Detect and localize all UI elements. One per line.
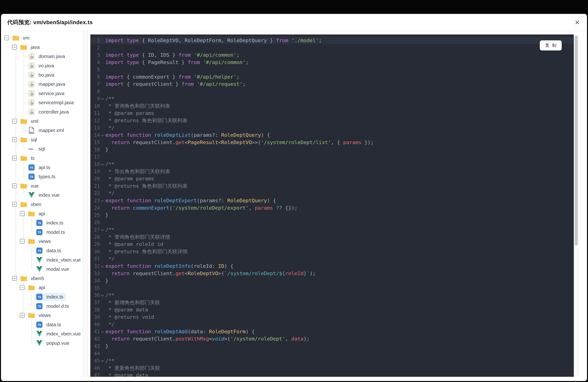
- tree-item-xml[interactable]: xml: [1, 116, 83, 126]
- tree-item-content[interactable]: TSdata.ts: [35, 321, 64, 329]
- tree-item-content[interactable]: ts: [19, 154, 37, 162]
- tree-item-content[interactable]: TSmodel.d.ts: [35, 302, 72, 310]
- tree-item-content[interactable]: service.java: [27, 89, 67, 97]
- tree-item-data-ts[interactable]: TSdata.ts: [1, 246, 83, 255]
- tree-item-content[interactable]: vben5: [19, 275, 47, 282]
- tree-item-sql[interactable]: sql: [1, 135, 83, 145]
- fold-chevron-icon[interactable]: [100, 262, 105, 270]
- tree-item-content[interactable]: TSindex.ts: [35, 219, 66, 227]
- tree-item-content[interactable]: popup.vue: [35, 339, 72, 347]
- code-panel[interactable]: 1import type { RoleDeptVO, RoleDeptForm,…: [90, 35, 574, 377]
- tree-item-content[interactable]: views: [27, 311, 53, 319]
- tree-collapse-toggle[interactable]: [12, 202, 17, 207]
- tree-item-popup-vue[interactable]: popup.vue: [1, 339, 83, 348]
- fold-chevron-icon[interactable]: [100, 226, 105, 233]
- tree-item-vm[interactable]: vm: [1, 33, 83, 43]
- tree-item-api[interactable]: api: [1, 209, 83, 218]
- tree-item-content[interactable]: vo.java: [27, 62, 57, 70]
- tree-collapse-toggle[interactable]: [20, 285, 25, 290]
- tree-item-content[interactable]: SQLsql: [27, 145, 47, 153]
- code-line: 45/**: [90, 357, 574, 364]
- tree-item-content[interactable]: index_vben.vue: [35, 256, 83, 264]
- fold-chevron-icon[interactable]: [100, 131, 105, 139]
- tree-item-types-ts[interactable]: TStypes.ts: [1, 172, 83, 181]
- tree-item-content[interactable]: vm: [11, 34, 32, 42]
- tree-item-vben5[interactable]: vben5: [1, 274, 83, 283]
- tree-item-index-ts[interactable]: TSindex.ts: [1, 292, 83, 302]
- line-number: 5: [90, 66, 100, 73]
- tree-item-label: index.ts: [46, 294, 63, 300]
- tree-item-model-d-ts[interactable]: TSmodel.d.ts: [1, 301, 83, 311]
- tree-item-content[interactable]: TSdata.ts: [35, 247, 64, 255]
- tree-item-content[interactable]: TSapi.ts: [27, 164, 53, 171]
- tree-collapse-toggle[interactable]: [20, 239, 25, 244]
- code-scrollbar-track[interactable]: [574, 35, 579, 377]
- tree-item-index-vben-vue[interactable]: index_vben.vue: [1, 255, 83, 265]
- tree-collapse-toggle[interactable]: [20, 211, 25, 216]
- tree-collapse-toggle[interactable]: [4, 35, 9, 40]
- tree-item-mapper-java[interactable]: mapper.java: [1, 80, 83, 89]
- fold-chevron-icon[interactable]: [100, 95, 105, 102]
- tree-collapse-toggle[interactable]: [12, 45, 17, 49]
- tree-item-mapper-xml[interactable]: XMLmapper.xml: [1, 126, 83, 135]
- tree-item-views[interactable]: views: [1, 311, 83, 320]
- tree-item-vo-java[interactable]: vo.java: [1, 61, 83, 70]
- tree-item-content[interactable]: bo.java: [27, 71, 57, 79]
- sidebar-scrollbar-track[interactable]: [83, 31, 88, 377]
- tree-item-content[interactable]: index_vben.vue: [35, 330, 83, 338]
- tree-item-content[interactable]: sql: [19, 136, 40, 144]
- tree-item-content[interactable]: api: [27, 210, 48, 218]
- tree-item-api-ts[interactable]: TSapi.ts: [1, 163, 83, 172]
- tree-item-content[interactable]: mapper.java: [27, 80, 68, 88]
- code-scrollbar-thumb[interactable]: [575, 36, 578, 246]
- tree-collapse-toggle[interactable]: [12, 276, 17, 281]
- fold-chevron-icon[interactable]: [100, 292, 105, 299]
- tree-item-content[interactable]: serviceImpl.java: [27, 99, 76, 106]
- tree-item-content[interactable]: views: [27, 237, 53, 245]
- tree-item-ts[interactable]: ts: [1, 154, 83, 163]
- tree-item-sql[interactable]: SQLsql: [1, 144, 83, 154]
- tree-item-content[interactable]: xml: [19, 117, 41, 125]
- tree-item-controller-java[interactable]: controller.java: [1, 107, 83, 117]
- tree-collapse-toggle[interactable]: [12, 156, 17, 160]
- tree-item-content[interactable]: domain.java: [27, 52, 68, 60]
- tree-item-api[interactable]: api: [1, 283, 83, 292]
- fold-chevron-icon[interactable]: [100, 328, 105, 335]
- tree-item-content[interactable]: api: [27, 284, 48, 292]
- tree-item-java[interactable]: java: [1, 43, 83, 52]
- fold-chevron-icon[interactable]: [100, 197, 105, 204]
- tree-collapse-toggle[interactable]: [20, 313, 25, 318]
- tree-collapse-toggle[interactable]: [12, 184, 17, 188]
- tree-item-index-vben-vue[interactable]: index_vben.vue: [1, 329, 83, 339]
- fold-chevron-icon[interactable]: [100, 160, 105, 168]
- tree-item-content[interactable]: XMLmapper.xml: [27, 127, 66, 134]
- code-text: }: [105, 342, 574, 350]
- tree-collapse-toggle[interactable]: [12, 119, 17, 124]
- tree-item-index-vue[interactable]: index.vue: [1, 191, 83, 200]
- tree-item-bo-java[interactable]: bo.java: [1, 70, 83, 80]
- tree-item-content[interactable]: java: [19, 43, 42, 51]
- tree-item-service-java[interactable]: service.java: [1, 89, 83, 98]
- tree-item-index-ts[interactable]: TSindex.ts: [1, 218, 83, 228]
- tree-item-content[interactable]: controller.java: [27, 108, 71, 116]
- fold-chevron-icon[interactable]: [100, 357, 105, 364]
- copy-button[interactable]: 复制: [540, 40, 562, 50]
- code-line: 12 * @returns 角色和部门关联列表: [90, 117, 574, 124]
- tree-item-vben[interactable]: vben: [1, 200, 83, 209]
- tree-item-content[interactable]: modal.vue: [35, 265, 72, 273]
- tree-collapse-toggle[interactable]: [12, 137, 17, 142]
- tree-item-domain-java[interactable]: domain.java: [1, 52, 83, 61]
- tree-item-serviceimpl-java[interactable]: serviceImpl.java: [1, 98, 83, 107]
- tree-item-content[interactable]: index.vue: [27, 191, 62, 199]
- tree-item-vue[interactable]: vue: [1, 181, 83, 191]
- tree-item-views[interactable]: views: [1, 237, 83, 246]
- tree-item-data-ts[interactable]: TSdata.ts: [1, 320, 83, 329]
- tree-item-content[interactable]: vben: [19, 200, 44, 208]
- close-icon[interactable]: ×: [572, 17, 583, 28]
- tree-item-selected[interactable]: TSindex.ts: [35, 293, 66, 301]
- tree-item-content[interactable]: TSmodel.ts: [35, 228, 67, 236]
- tree-item-content[interactable]: vue: [19, 182, 41, 190]
- tree-item-model-ts[interactable]: TSmodel.ts: [1, 227, 83, 237]
- tree-item-content[interactable]: TStypes.ts: [27, 173, 58, 181]
- tree-item-modal-vue[interactable]: modal.vue: [1, 265, 83, 274]
